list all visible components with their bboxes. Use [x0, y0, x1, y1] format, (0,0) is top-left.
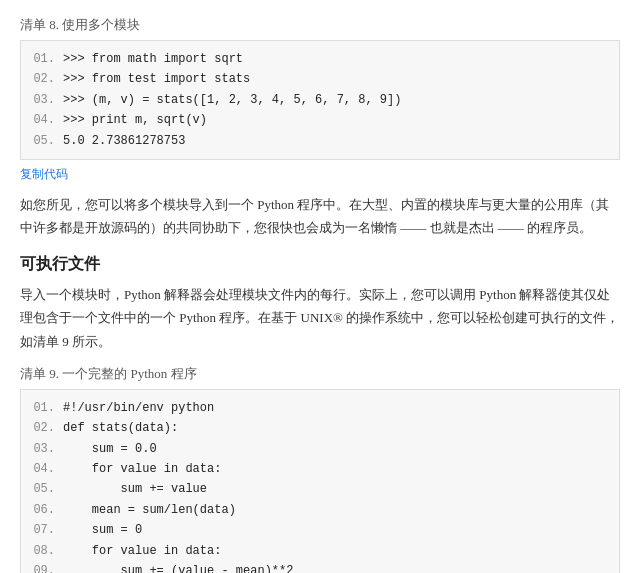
line-number: 01. [31, 49, 55, 69]
line-code: >>> (m, v) = stats([1, 2, 3, 4, 5, 6, 7,… [63, 90, 401, 110]
line-number: 03. [31, 90, 55, 110]
line-code: mean = sum/len(data) [63, 500, 236, 520]
line-code: >>> from test import stats [63, 69, 250, 89]
code-line: 04. for value in data: [31, 459, 609, 479]
listing9-title: 清单 9. 一个完整的 Python 程序 [20, 365, 620, 383]
code-line: 03. sum = 0.0 [31, 439, 609, 459]
line-code: 5.0 2.73861278753 [63, 131, 185, 151]
line-code: sum = 0.0 [63, 439, 157, 459]
line-number: 05. [31, 131, 55, 151]
section-exec-para: 导入一个模块时，Python 解释器会处理模块文件内的每行。实际上，您可以调用 … [20, 283, 620, 353]
line-number: 06. [31, 500, 55, 520]
listing8-code-block: 01.>>> from math import sqrt02.>>> from … [20, 40, 620, 160]
code-line: 08. for value in data: [31, 541, 609, 561]
code-line: 01.#!/usr/bin/env python [31, 398, 609, 418]
code-line: 03.>>> (m, v) = stats([1, 2, 3, 4, 5, 6,… [31, 90, 609, 110]
code-line: 06. mean = sum/len(data) [31, 500, 609, 520]
line-number: 09. [31, 561, 55, 573]
code-line: 09. sum += (value - mean)**2 [31, 561, 609, 573]
line-number: 01. [31, 398, 55, 418]
line-code: >>> from math import sqrt [63, 49, 243, 69]
code-line: 05.5.0 2.73861278753 [31, 131, 609, 151]
line-code: >>> print m, sqrt(v) [63, 110, 207, 130]
line-number: 07. [31, 520, 55, 540]
line-number: 08. [31, 541, 55, 561]
listing8-title: 清单 8. 使用多个模块 [20, 16, 620, 34]
line-code: sum += value [63, 479, 207, 499]
line-code: sum += (value - mean)**2 [63, 561, 293, 573]
paragraph1: 如您所见，您可以将多个模块导入到一个 Python 程序中。在大型、内置的模块库… [20, 193, 620, 240]
line-number: 04. [31, 110, 55, 130]
code-line: 02.>>> from test import stats [31, 69, 609, 89]
copy-button-listing8[interactable]: 复制代码 [20, 166, 68, 183]
code-line: 01.>>> from math import sqrt [31, 49, 609, 69]
listing9-code-block: 01.#!/usr/bin/env python02.def stats(dat… [20, 389, 620, 573]
line-code: def stats(data): [63, 418, 178, 438]
line-code: #!/usr/bin/env python [63, 398, 214, 418]
line-number: 03. [31, 439, 55, 459]
line-code: sum = 0 [63, 520, 142, 540]
section-exec-heading: 可执行文件 [20, 254, 620, 275]
line-number: 04. [31, 459, 55, 479]
code-line: 07. sum = 0 [31, 520, 609, 540]
code-line: 05. sum += value [31, 479, 609, 499]
code-line: 04.>>> print m, sqrt(v) [31, 110, 609, 130]
line-code: for value in data: [63, 541, 221, 561]
line-code: for value in data: [63, 459, 221, 479]
line-number: 05. [31, 479, 55, 499]
code-line: 02.def stats(data): [31, 418, 609, 438]
line-number: 02. [31, 69, 55, 89]
line-number: 02. [31, 418, 55, 438]
